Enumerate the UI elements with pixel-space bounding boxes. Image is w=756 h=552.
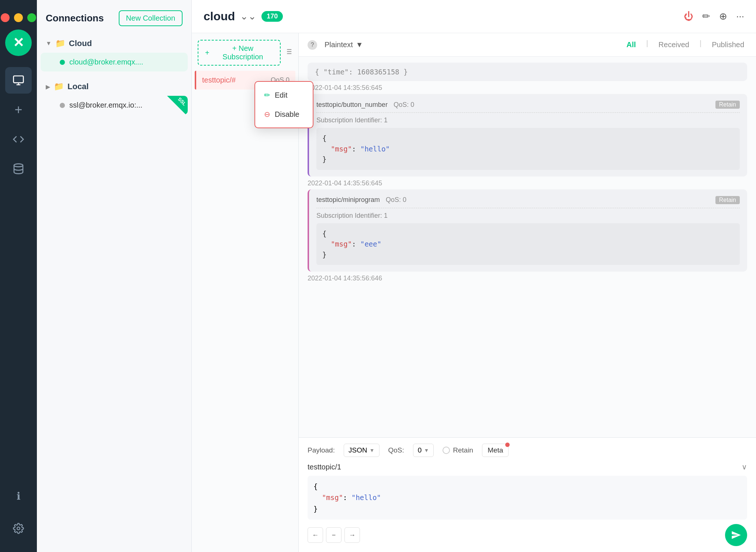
payload-label: Payload:: [308, 446, 335, 454]
icon-bar: ✕ + ℹ: [0, 0, 37, 552]
nav-next-button[interactable]: →: [344, 527, 360, 543]
connection-title: cloud: [204, 10, 235, 23]
meta-label: Meta: [488, 446, 503, 454]
payload-format-arrow: ▼: [370, 447, 375, 453]
message-count-badge: 170: [261, 11, 283, 22]
edit-menu-icon: ✏: [264, 91, 270, 99]
subscriptions-header: + + New Subscription: [192, 33, 298, 69]
send-button[interactable]: [725, 524, 747, 546]
nav-data[interactable]: [5, 156, 32, 182]
compose-toolbar: Payload: JSON ▼ QoS: 0 ▼ Retain: [308, 444, 747, 457]
sidebar-header: Connections New Collection: [37, 0, 191, 32]
svg-point-3: [14, 164, 23, 167]
nav-info[interactable]: ℹ: [5, 483, 32, 509]
sidebar-group-local-header[interactable]: ▶ 📁 Local: [37, 78, 191, 95]
topic-input-row: ∨: [308, 461, 747, 473]
nav-connections[interactable]: [5, 67, 32, 94]
messages-panel: ? Plaintext ▼ All | Received | Published: [299, 33, 756, 552]
message-card-2: testtopic/miniprogram QoS: 0 Retain Subs…: [308, 189, 747, 272]
question-mark: ?: [311, 42, 314, 48]
nav-clear-button[interactable]: −: [326, 527, 341, 543]
sidebar-group-cloud-header[interactable]: ▼ 📁 Cloud: [37, 35, 191, 52]
messages-list: { "time": 1608365158 } 2022-01-04 14:35:…: [299, 57, 756, 437]
content-split: + + New Subscription testtopic/# QoS 0: [192, 33, 756, 552]
meta-button[interactable]: Meta: [482, 444, 509, 457]
partial-content: { "time": 1608365158 }: [315, 68, 408, 76]
collapse-arrow-local: ▶: [46, 83, 50, 90]
sidebar-group-local: ▶ 📁 Local ssl@broker.emqx.io:... SSL: [37, 75, 191, 118]
message-qos-1: QoS: 0: [393, 101, 414, 109]
message-body-1: { "msg": "hello" }: [316, 128, 740, 170]
context-menu: ✏ Edit ⊖ Disable: [254, 81, 313, 128]
maximize-button[interactable]: [27, 13, 36, 22]
local-group-name: Local: [67, 82, 89, 91]
folder-icon-local: 📁: [54, 82, 64, 91]
nav-prev-button[interactable]: ←: [308, 527, 323, 543]
message-topic-1: testtopic/button_number: [316, 101, 388, 109]
compose-area: Payload: JSON ▼ QoS: 0 ▼ Retain: [299, 437, 756, 552]
filter-published[interactable]: Published: [709, 39, 747, 50]
sidebar-item-cloud-broker[interactable]: cloud@broker.emqx....: [41, 53, 188, 71]
message-qos-2: QoS: 0: [386, 196, 406, 204]
new-subscription-button[interactable]: + + New Subscription: [198, 40, 281, 66]
minimize-button[interactable]: [14, 13, 23, 22]
context-menu-edit[interactable]: ✏ Edit: [255, 85, 313, 105]
new-subscription-label: + New Subscription: [212, 44, 273, 61]
new-collection-button[interactable]: New Collection: [119, 10, 183, 26]
message-topic-2: testtopic/miniprogram: [316, 196, 380, 204]
format-label: Plaintext: [325, 41, 353, 49]
filter-subscriptions-button[interactable]: [284, 48, 292, 58]
topic-input[interactable]: [308, 461, 742, 473]
edit-icon[interactable]: ✏: [702, 11, 710, 22]
format-help-icon[interactable]: ?: [308, 40, 317, 50]
compose-actions: ← − →: [308, 524, 747, 546]
connection-status-dot: [60, 60, 65, 65]
message-body-2: { "msg": "eee" }: [316, 223, 740, 265]
qos-select[interactable]: 0 ▼: [413, 444, 434, 457]
connection-dropdown-icon[interactable]: ⌄⌄: [240, 11, 256, 22]
sidebar-title: Connections: [46, 13, 104, 24]
add-tab-icon[interactable]: ⊕: [719, 11, 727, 22]
cloud-broker-name: cloud@broker.emqx....: [69, 58, 143, 66]
cloud-group-name: Cloud: [69, 39, 92, 48]
filter-all[interactable]: All: [624, 39, 639, 50]
edit-menu-label: Edit: [275, 91, 287, 99]
topic-expand-icon[interactable]: ∨: [742, 462, 747, 471]
disable-menu-label: Disable: [275, 110, 299, 119]
ssl-connection-status-dot: [60, 103, 65, 108]
subscriptions-panel: + + New Subscription testtopic/# QoS 0: [192, 33, 299, 552]
retain-checkbox-circle: [443, 447, 450, 454]
power-icon[interactable]: ⏻: [684, 11, 693, 22]
folder-icon-cloud: 📁: [55, 39, 65, 48]
app-logo: ✕: [5, 29, 32, 56]
more-options-icon[interactable]: ···: [736, 11, 744, 22]
retain-checkbox[interactable]: Retain: [443, 446, 473, 454]
svg-point-4: [17, 527, 20, 530]
context-menu-disable[interactable]: ⊖ Disable: [255, 105, 313, 124]
nav-add[interactable]: +: [5, 97, 32, 123]
meta-notification-dot: [505, 443, 510, 447]
sidebar: Connections New Collection ▼ 📁 Cloud clo…: [37, 0, 192, 552]
format-selector[interactable]: Plaintext ▼: [325, 41, 363, 49]
nav-code[interactable]: [5, 126, 32, 153]
qos-arrow: ▼: [424, 447, 429, 453]
compose-nav: ← − →: [308, 527, 360, 543]
sidebar-item-ssl-broker[interactable]: ssl@broker.emqx.io:... SSL: [41, 96, 188, 115]
format-dropdown-arrow: ▼: [356, 41, 363, 49]
message-timestamp-2: 2022-01-04 14:35:56:646: [308, 275, 747, 282]
message-sub-id-1: Subscription Identifier: 1: [316, 112, 740, 124]
sidebar-group-cloud: ▼ 📁 Cloud cloud@broker.emqx....: [37, 32, 191, 75]
messages-filter: All | Received | Published: [624, 39, 747, 50]
message-editor[interactable]: { "msg": "hello" }: [308, 476, 747, 520]
disable-menu-icon: ⊖: [264, 110, 270, 119]
nav-settings[interactable]: [5, 515, 32, 542]
message-timestamp-0: 2022-01-04 14:35:56:645: [308, 84, 747, 92]
message-sub-id-2: Subscription Identifier: 1: [316, 208, 740, 220]
filter-received[interactable]: Received: [656, 39, 692, 50]
close-button[interactable]: [1, 13, 10, 22]
message-retain-badge-2: Retain: [715, 196, 740, 204]
message-timestamp-1: 2022-01-04 14:35:56:645: [308, 179, 747, 187]
ssl-broker-name: ssl@broker.emqx.io:...: [69, 101, 142, 109]
qos-label: QoS:: [388, 446, 404, 454]
payload-format-select[interactable]: JSON ▼: [344, 444, 379, 457]
